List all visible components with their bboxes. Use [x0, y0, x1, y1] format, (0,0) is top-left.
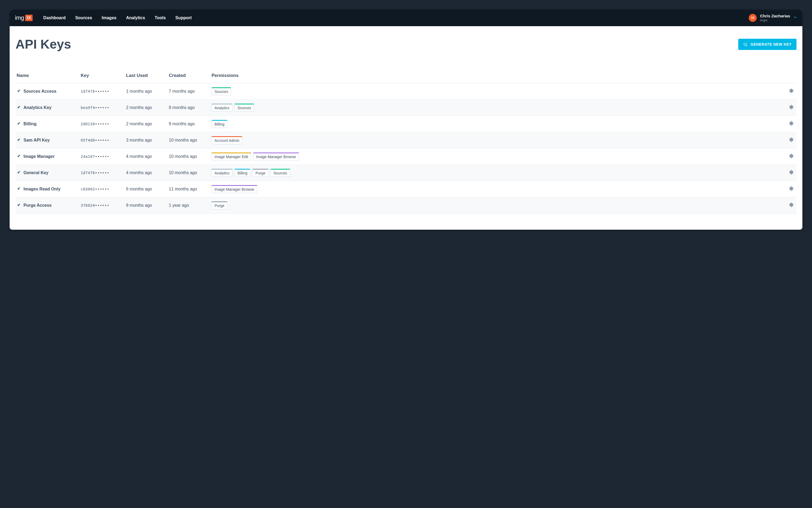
permissions-cell: AnalyticsBillingPurgeSources: [212, 166, 780, 179]
api-keys-table: NameKeyLast UsedCreatedPermissions Sourc…: [15, 73, 797, 214]
created: 10 months ago: [169, 154, 212, 159]
permission-tag: Billing: [234, 169, 250, 177]
logo-badge: IX: [25, 15, 33, 21]
key-name: Sources Access: [24, 89, 56, 94]
content: API Keys GENERATE NEW KEY NameKeyLast Us…: [10, 26, 802, 230]
generate-key-label: GENERATE NEW KEY: [751, 42, 792, 46]
key-value: 1d7476••••••: [81, 89, 126, 93]
permission-tag: Analytics: [212, 103, 232, 112]
key-name-cell: Billing: [16, 121, 81, 127]
last-used: 2 months ago: [126, 105, 169, 110]
key-value: bea9f4••••••: [81, 105, 126, 110]
column-header: Permissions: [212, 73, 780, 78]
created: 8 months ago: [169, 105, 212, 110]
permissions-cell: AnalyticsSources: [212, 101, 780, 114]
permission-tag: Analytics: [212, 169, 232, 177]
key-name: Analytics Key: [24, 105, 51, 110]
key-value: c83002••••••: [81, 187, 126, 191]
last-used: 4 months ago: [126, 170, 169, 175]
generate-key-button[interactable]: GENERATE NEW KEY: [738, 39, 797, 50]
column-header: Key: [81, 73, 126, 78]
row-settings[interactable]: [780, 169, 796, 176]
permission-tag: Billing: [212, 120, 227, 128]
last-used: 4 months ago: [126, 154, 169, 159]
key-value: 05f4d0••••••: [81, 138, 126, 142]
key-name: Image Manager: [24, 154, 54, 159]
last-used: 3 months ago: [126, 138, 169, 143]
permission-tag: Image Manager Edit: [212, 153, 251, 161]
nav-links: DashboardSourcesImagesAnalyticsToolsSupp…: [43, 15, 749, 20]
nav-link-dashboard[interactable]: Dashboard: [43, 15, 66, 20]
gear-icon: [788, 121, 794, 127]
svg-point-0: [744, 44, 745, 45]
key-icon: [16, 203, 21, 208]
key-icon: [16, 154, 21, 159]
permissions-cell: Account Admin: [212, 133, 780, 147]
gear-icon: [788, 185, 794, 193]
nav-link-support[interactable]: Support: [175, 15, 192, 20]
permission-tag: Purge: [252, 169, 268, 177]
page-title: API Keys: [15, 37, 71, 51]
permissions-cell: Billing: [212, 117, 780, 131]
created: 1 year ago: [169, 203, 212, 208]
key-icon: [16, 170, 21, 175]
key-value: 24a107••••••: [81, 154, 126, 159]
permission-tag: Image Manager Browse: [253, 153, 299, 161]
page-header: API Keys GENERATE NEW KEY: [15, 37, 797, 51]
created: 7 months ago: [169, 89, 212, 94]
created: 10 months ago: [169, 170, 212, 175]
row-settings[interactable]: [780, 137, 796, 144]
permission-tag: Account Admin: [212, 136, 242, 144]
row-settings[interactable]: [780, 202, 796, 209]
gear-icon: [788, 153, 794, 160]
table-row: Image Manager24a107••••••4 months ago10 …: [15, 149, 797, 165]
created: 10 months ago: [169, 138, 212, 143]
last-used: 6 months ago: [126, 187, 169, 192]
topbar: img IX DashboardSourcesImagesAnalyticsTo…: [10, 10, 802, 26]
user-name: Chris Zacharias: [760, 14, 790, 18]
nav-link-sources[interactable]: Sources: [75, 15, 92, 20]
permission-tag: Sources: [234, 103, 254, 112]
key-icon: [16, 89, 21, 94]
key-plus-icon: [743, 42, 748, 47]
key-name-cell: Sources Access: [16, 89, 81, 94]
key-name: Purge Access: [24, 203, 51, 208]
nav-link-images[interactable]: Images: [102, 15, 117, 20]
column-header: Last Used: [126, 73, 169, 78]
row-settings[interactable]: [780, 104, 796, 111]
permissions-cell: Sources: [212, 85, 780, 98]
row-settings[interactable]: [780, 185, 796, 193]
gear-icon: [788, 88, 794, 95]
chevron-down-icon: [793, 15, 797, 20]
key-name: Billing: [24, 122, 37, 126]
user-info: Chris Zacharias imgix: [760, 14, 790, 22]
last-used: 9 months ago: [126, 203, 169, 208]
permissions-cell: Image Manager EditImage Manager Browse: [212, 150, 780, 163]
permissions-cell: Image Manager Browse: [212, 182, 780, 196]
logo-text: img: [15, 14, 24, 22]
row-settings[interactable]: [780, 153, 796, 160]
logo[interactable]: img IX: [15, 14, 33, 22]
column-header: Created: [169, 73, 212, 78]
table-body: Sources Access1d7476••••••1 months ago7 …: [15, 83, 797, 214]
table-row: Billing2d0130••••••2 months ago9 months …: [15, 116, 797, 132]
row-settings[interactable]: [780, 88, 796, 95]
nav-link-tools[interactable]: Tools: [155, 15, 166, 20]
key-icon: [16, 186, 21, 192]
table-row: Images Read Onlyc83002••••••6 months ago…: [15, 181, 797, 197]
user-menu[interactable]: IX Chris Zacharias imgix: [749, 14, 797, 22]
gear-icon: [788, 202, 794, 209]
key-name-cell: General Key: [16, 170, 81, 175]
key-value: 2d0130••••••: [81, 122, 126, 126]
nav-link-analytics[interactable]: Analytics: [126, 15, 145, 20]
app-frame: img IX DashboardSourcesImagesAnalyticsTo…: [10, 10, 802, 230]
key-name: General Key: [24, 170, 48, 175]
gear-icon: [788, 104, 794, 111]
column-header: Name: [16, 73, 81, 78]
avatar: IX: [749, 14, 757, 22]
key-name: Images Read Only: [24, 187, 60, 192]
row-settings[interactable]: [780, 121, 796, 127]
table-row: Purge Access376024••••••9 months ago1 ye…: [15, 197, 797, 214]
permission-tag: Sources: [270, 169, 290, 177]
table-row: Sources Access1d7476••••••1 months ago7 …: [15, 83, 797, 100]
